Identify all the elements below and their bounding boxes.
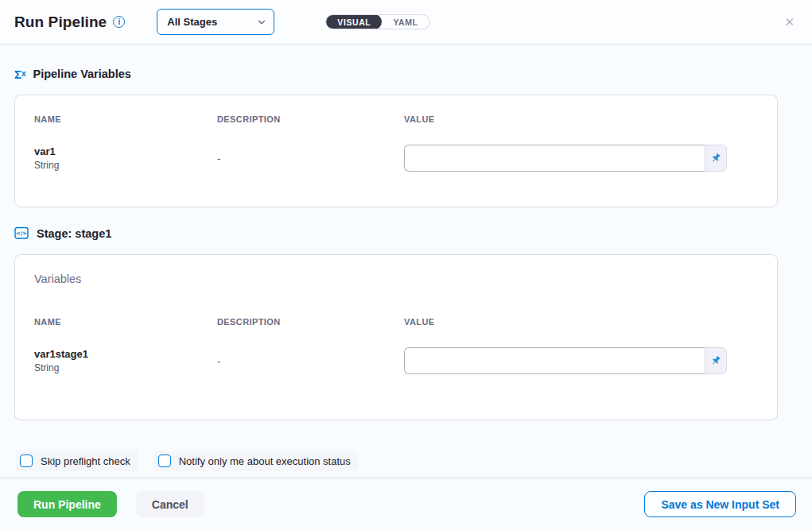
stage-selector-value: All Stages bbox=[167, 16, 217, 28]
table-header-row: NAME DESCRIPTION VALUE bbox=[34, 317, 758, 327]
dialog-header: Run Pipeline i All Stages VISUAL YAML ✕ bbox=[0, 0, 812, 44]
toggle-yaml[interactable]: YAML bbox=[382, 14, 429, 29]
page-title: Run Pipeline bbox=[14, 14, 107, 31]
toggle-visual[interactable]: VISUAL bbox=[326, 14, 382, 29]
table-row: var1 String - bbox=[34, 145, 758, 172]
pin-button[interactable] bbox=[705, 347, 727, 374]
table-row: var1stage1 String - bbox=[34, 347, 758, 374]
variable-name: var1stage1 bbox=[34, 348, 217, 360]
stage-icon: </> bbox=[14, 226, 29, 240]
skip-preflight-label: Skip preflight check bbox=[41, 455, 130, 467]
stage-variables-card: Variables NAME DESCRIPTION VALUE var1sta… bbox=[14, 254, 778, 420]
table-header-row: NAME DESCRIPTION VALUE bbox=[34, 114, 758, 124]
chevron-down-icon bbox=[258, 18, 266, 26]
visual-yaml-toggle: VISUAL YAML bbox=[325, 14, 429, 29]
variable-name-cell: var1 String bbox=[34, 145, 217, 171]
execution-options: Skip preflight check Notify only me abou… bbox=[16, 451, 798, 471]
svg-text:</>: </> bbox=[16, 230, 27, 237]
skip-preflight-checkbox[interactable]: Skip preflight check bbox=[16, 451, 138, 471]
variable-type: String bbox=[34, 362, 217, 373]
column-header-value: VALUE bbox=[404, 317, 758, 327]
variable-value-cell bbox=[404, 145, 758, 172]
run-pipeline-button[interactable]: Run Pipeline bbox=[17, 491, 117, 517]
variable-description: - bbox=[217, 153, 404, 164]
close-icon[interactable]: ✕ bbox=[781, 13, 798, 31]
dialog-footer: Run Pipeline Cancel Save as New Input Se… bbox=[0, 478, 812, 530]
variable-name-cell: var1stage1 String bbox=[34, 348, 217, 373]
stage-selector-dropdown[interactable]: All Stages bbox=[157, 9, 274, 35]
pipeline-variables-heading: Σˣ Pipeline Variables bbox=[14, 68, 798, 80]
variable-value-input[interactable] bbox=[404, 145, 705, 172]
checkbox-icon[interactable] bbox=[158, 455, 171, 467]
cancel-button[interactable]: Cancel bbox=[136, 491, 204, 517]
stage-variables-table: NAME DESCRIPTION VALUE var1stage1 String… bbox=[34, 317, 758, 374]
column-header-name: NAME bbox=[34, 317, 217, 327]
save-as-new-input-set-button[interactable]: Save as New Input Set bbox=[644, 491, 796, 517]
variable-description: - bbox=[217, 355, 404, 367]
stage-heading: </> Stage: stage1 bbox=[14, 226, 798, 240]
pipeline-variables-title: Pipeline Variables bbox=[33, 68, 131, 80]
variable-type: String bbox=[34, 160, 217, 171]
checkbox-icon[interactable] bbox=[20, 455, 33, 467]
pipeline-variables-icon: Σˣ bbox=[14, 68, 26, 80]
info-icon[interactable]: i bbox=[113, 16, 125, 28]
pin-button[interactable] bbox=[705, 145, 727, 172]
variable-name: var1 bbox=[34, 145, 217, 157]
column-header-description: DESCRIPTION bbox=[217, 317, 404, 327]
pipeline-variables-card: NAME DESCRIPTION VALUE var1 String - bbox=[14, 95, 778, 207]
pipeline-variables-table: NAME DESCRIPTION VALUE var1 String - bbox=[34, 114, 758, 172]
stage-title: Stage: stage1 bbox=[37, 227, 111, 240]
column-header-value: VALUE bbox=[404, 114, 758, 124]
column-header-description: DESCRIPTION bbox=[217, 114, 404, 124]
variable-value-input[interactable] bbox=[404, 347, 705, 374]
stage-card-title: Variables bbox=[34, 273, 758, 285]
notify-me-checkbox[interactable]: Notify only me about execution status bbox=[154, 451, 359, 471]
notify-me-label: Notify only me about execution status bbox=[179, 455, 351, 467]
variable-value-cell bbox=[404, 347, 758, 374]
column-header-name: NAME bbox=[34, 114, 217, 124]
